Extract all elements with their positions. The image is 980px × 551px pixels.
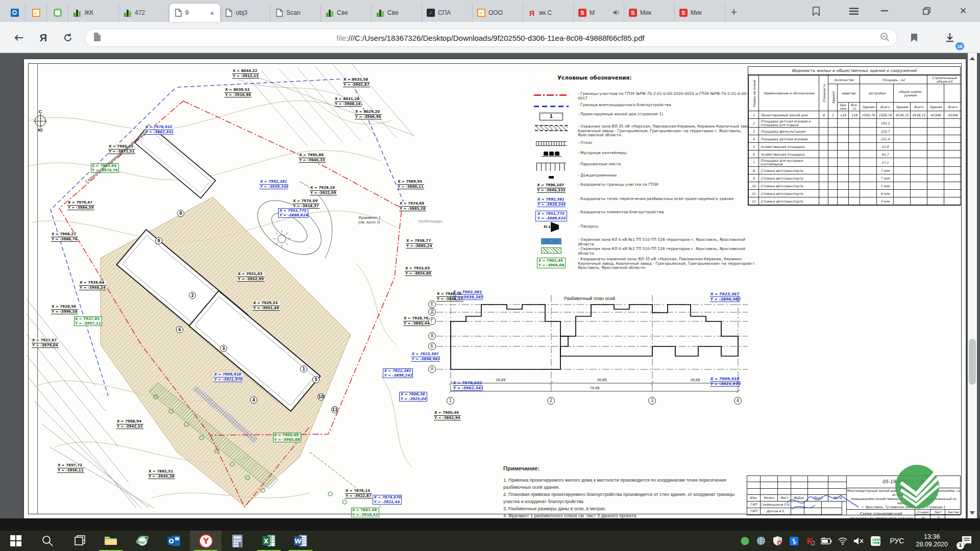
plan-number-circle: 4 <box>250 396 257 404</box>
coordinate-callout: X = 8031,28Y = -3908,16 <box>334 97 361 107</box>
url-field[interactable]: file:///C:/Users/18367326/Desktop/Downlo… <box>85 29 897 47</box>
tab-жк С-12[interactable]: Яжк С <box>523 4 574 22</box>
tray-bluetooth-icon[interactable] <box>787 531 800 551</box>
tray-defender-icon[interactable] <box>771 531 784 551</box>
zoom-out-icon[interactable] <box>880 32 890 44</box>
sidebar-panel-icon[interactable] <box>808 4 824 19</box>
new-tab-button[interactable]: + <box>725 4 743 21</box>
coordinate-callout: X = 7968,27Y = -3986,76 <box>51 232 78 242</box>
tab-outlook-0[interactable]: O <box>4 4 26 22</box>
notes-title: Примечание: <box>503 465 743 471</box>
stamp-name <box>822 508 842 515</box>
axis-corner-coords-bl: X = 7978,932Y = -3962,341 <box>453 381 483 391</box>
taskbar-yandex-icon[interactable]: Y <box>190 531 222 551</box>
tab-close-icon[interactable]: × <box>209 9 215 17</box>
tab-ЖК-3[interactable]: ЖК <box>68 4 119 22</box>
tray-kaspersky-icon[interactable]: K <box>803 531 817 551</box>
tab-audio-icon[interactable] <box>613 8 619 17</box>
tab-strip: O✓ЖК4729×obj3ScanСвеСве✓СПА✓ОООЯжк СSМSМ… <box>0 0 725 22</box>
tab-Мик-14[interactable]: SМик <box>624 4 675 22</box>
title-block-right: 05-19-01-СТ1-ПЗУ Многоквартирный жилой д… <box>847 476 960 515</box>
tab-Мик-15[interactable]: SМик <box>675 4 725 22</box>
axis-number-1: 1 <box>447 397 454 405</box>
tab-title: СПА <box>438 9 468 16</box>
coordinate-callout: X = 7876,14Y = -3922,87 <box>345 489 372 498</box>
plan-number-circle: 6 <box>176 326 183 333</box>
taskbar-clock[interactable]: 13:36 28.09.2020 <box>912 533 952 548</box>
taskbar-excel-icon[interactable]: X <box>253 531 285 551</box>
red-s-icon: S <box>629 9 637 17</box>
legend-item: 1- Проектируемый жилой дом (строение 1) <box>527 112 761 120</box>
tab-app-green-2[interactable] <box>47 4 68 22</box>
buildings-table-grid: Номер на планеНаименование и обозначение… <box>748 75 962 205</box>
restore-icon[interactable] <box>919 4 934 19</box>
action-center-icon[interactable]: 1 <box>957 531 977 551</box>
scrollbar[interactable] <box>968 53 977 518</box>
tab-obj3-6[interactable]: obj3 <box>220 4 271 22</box>
tab-Све-9[interactable]: Све <box>372 4 422 22</box>
scroll-down-icon[interactable] <box>970 511 975 515</box>
coordinate-callout: X = 7939,64Y = -3968,24 <box>79 281 106 290</box>
legend-coords-sample: X = 7902,49Y = -3905,08 <box>537 258 566 268</box>
taskbar-explorer-icon[interactable] <box>95 531 127 551</box>
stamp-name <box>791 502 804 508</box>
scroll-thumb[interactable] <box>969 339 976 385</box>
compass-rose-icon <box>35 115 46 127</box>
legend-item-text: - Координаты охранной зоны ВЛ-35 кВ «Нор… <box>576 257 761 270</box>
menu-icon[interactable] <box>846 4 862 19</box>
axis-letter-А: А <box>428 365 436 373</box>
reload-button[interactable] <box>60 30 76 45</box>
taskbar-word-icon[interactable]: W <box>285 531 316 551</box>
tray-volume-muted-icon[interactable] <box>852 531 866 551</box>
plan-number-circle: 3 <box>220 345 227 352</box>
tray-battery-icon[interactable] <box>820 531 833 551</box>
checkbox-orange-icon: ✓ <box>32 9 40 17</box>
tray-globe-icon[interactable] <box>754 531 768 551</box>
scroll-up-icon[interactable] <box>970 57 975 60</box>
tab-Scan-7[interactable]: Scan <box>271 4 321 22</box>
note-line: 2. Плановая привязка проектируемого благ… <box>503 491 743 498</box>
taskbar-ie-icon[interactable] <box>127 531 158 551</box>
tab-СПА-10[interactable]: ✓СПА <box>422 4 473 22</box>
start-button[interactable] <box>0 531 32 551</box>
address-bar: Я file:///C:/Users/18367326/Desktop/Down… <box>0 22 980 53</box>
axis-layout-plan: Разбивочный план осей <box>426 290 757 412</box>
coordinate-callout: X = 7989,95Y = -3880,11 <box>397 180 424 189</box>
minimize-icon[interactable] <box>877 4 892 19</box>
note-line: участка и координат благоустройства. <box>503 498 743 505</box>
coordinate-callout: X = 7897,72Y = -3956,11 <box>57 463 84 473</box>
tab-М-13[interactable]: SМ <box>574 4 624 22</box>
taskbar-search-icon[interactable] <box>32 531 63 551</box>
legend-kl1-icon <box>541 238 561 244</box>
close-window-icon[interactable]: ✕ <box>955 4 971 19</box>
legend-item: - Охранная зона КЛ 6 кВ №1 ТП 510-ТП 528… <box>527 238 761 246</box>
bookmark-flag-icon[interactable] <box>906 30 922 45</box>
axis-plan-drawing <box>426 290 757 412</box>
plan-number-circle: 5 <box>312 376 320 383</box>
tab-Све-8[interactable]: Све <box>321 4 372 22</box>
downloads-icon[interactable] <box>942 30 958 45</box>
tab-472-4[interactable]: 472 <box>119 4 169 22</box>
tray-tray-green-icon[interactable] <box>738 531 751 551</box>
coordinate-callout: X = 8039,52Y = -3916,96 <box>225 88 252 97</box>
tab-check-orange-1[interactable]: ✓ <box>26 4 47 22</box>
svg-text:Y: Y <box>202 536 209 546</box>
clock-date: 28.09.2020 <box>916 541 948 548</box>
legend-item: П-1- Пандусы <box>527 224 761 229</box>
tray-sberchat-icon[interactable]: СБЕРЧАТ <box>869 531 882 551</box>
taskbar-outlook-icon[interactable]: O <box>158 531 190 551</box>
notification-badge: 1 <box>957 542 964 549</box>
green-app-icon <box>54 9 62 17</box>
document-code: 05-19-01-СТ1-ПЗУ <box>847 476 960 488</box>
yandex-home-icon[interactable]: Я <box>36 30 51 45</box>
tray-wifi-icon[interactable] <box>836 531 849 551</box>
tab-9-5[interactable]: 9× <box>169 4 220 22</box>
language-indicator[interactable]: РУС <box>887 537 907 545</box>
pdf-page: X = 8044,22Y = -3912,13X = 8039,52Y = -3… <box>24 59 966 518</box>
taskbar-calculator-icon[interactable] <box>222 531 253 551</box>
back-button[interactable] <box>11 30 27 45</box>
legend-item-text: - Координаты границы участка по ГПЗУ <box>576 183 761 193</box>
plan-number-circle: 10 <box>317 393 325 400</box>
tab-ООО-11[interactable]: ✓ООО <box>473 4 523 22</box>
task-view-icon[interactable] <box>63 531 95 551</box>
